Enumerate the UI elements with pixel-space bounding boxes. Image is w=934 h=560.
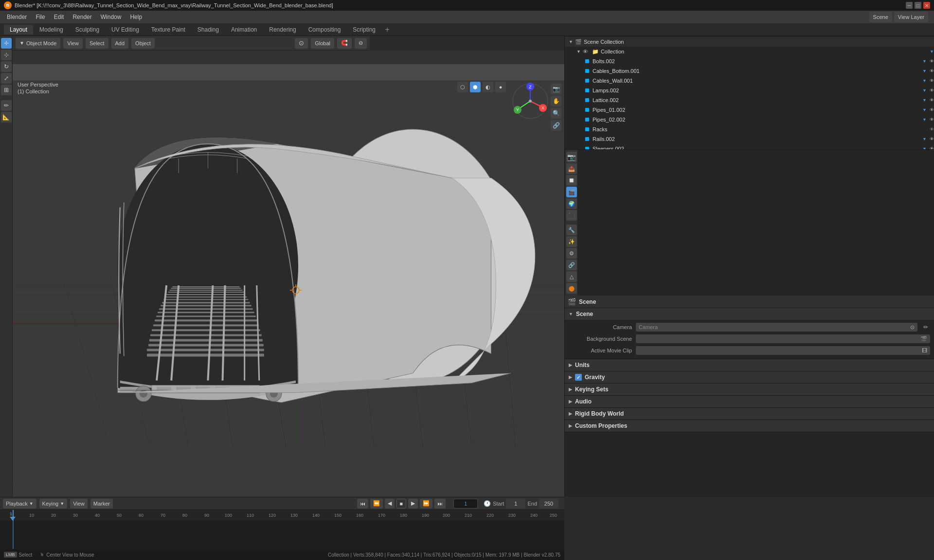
prop-object-icon[interactable]: ⬛ bbox=[566, 210, 577, 221]
tab-modeling[interactable]: Modeling bbox=[34, 25, 69, 35]
tool-cursor[interactable]: ✛ bbox=[1, 38, 12, 49]
menu-blender[interactable]: Blender bbox=[3, 13, 31, 21]
play-btn[interactable]: ▶ bbox=[408, 499, 418, 508]
scene-selector[interactable]: Scene bbox=[869, 12, 892, 22]
cables-bottom-eye[interactable]: 👁 bbox=[930, 69, 934, 73]
tool-measure[interactable]: 📐 bbox=[1, 112, 12, 122]
sleepers-item[interactable]: Sleepers.002 ▼ 👁 bbox=[565, 144, 934, 150]
prop-objdata-icon[interactable]: △ bbox=[566, 271, 577, 282]
navigation-gizmo[interactable]: Z X Y bbox=[511, 82, 550, 121]
lamps-eye[interactable]: 👁 bbox=[930, 88, 934, 93]
tool-annotate[interactable]: ✏ bbox=[1, 100, 12, 111]
prop-constraints-icon[interactable]: 🔗 bbox=[566, 260, 577, 270]
hand-btn[interactable]: ✋ bbox=[551, 96, 561, 106]
movie-clip-picker[interactable]: 🎞 bbox=[636, 346, 930, 355]
search-btn[interactable]: 🔍 bbox=[551, 108, 561, 119]
proportional-editing[interactable]: ⊖ bbox=[355, 38, 367, 49]
tab-uv-editing[interactable]: UV Editing bbox=[106, 25, 145, 35]
current-frame-display[interactable]: 1 bbox=[453, 499, 478, 508]
viewport[interactable]: User Perspective (1) Collection Z X Y bbox=[13, 51, 564, 497]
racks-item[interactable]: Racks 👁 bbox=[565, 124, 934, 134]
minimize-button[interactable]: ─ bbox=[906, 2, 913, 9]
prop-render-icon[interactable]: 📷 bbox=[566, 152, 577, 162]
prop-world-icon[interactable]: 🌍 bbox=[566, 198, 577, 209]
menu-file[interactable]: File bbox=[32, 13, 49, 21]
cables-wall-item[interactable]: Cables_Wall.001 ▼ 👁 bbox=[565, 76, 934, 86]
gravity-section-header[interactable]: ▶ ✓ Gravity bbox=[565, 371, 934, 383]
keying-sets-header[interactable]: ▶ Keying Sets bbox=[565, 384, 934, 395]
tab-scripting[interactable]: Scripting bbox=[347, 25, 381, 35]
menu-window[interactable]: Window bbox=[97, 13, 126, 21]
lattice-eye[interactable]: 👁 bbox=[930, 98, 934, 103]
snapping-btn[interactable]: 🧲 bbox=[337, 38, 352, 49]
prop-output-icon[interactable]: 📤 bbox=[566, 163, 577, 174]
prop-scene-icon[interactable]: 🎬 bbox=[566, 187, 577, 197]
tab-sculpting[interactable]: Sculpting bbox=[70, 25, 105, 35]
camera-picker[interactable]: Camera ⊙ bbox=[636, 323, 917, 332]
start-frame-input[interactable]: 1 bbox=[506, 499, 525, 508]
link-btn[interactable]: 🔗 bbox=[551, 120, 561, 131]
timeline-track[interactable] bbox=[0, 521, 564, 549]
collection-visibility-btn[interactable]: 👁 bbox=[583, 49, 588, 54]
rails-eye[interactable]: 👁 bbox=[930, 137, 934, 141]
camera-edit-icon[interactable]: ✏ bbox=[921, 324, 930, 331]
menu-render[interactable]: Render bbox=[69, 13, 95, 21]
sleepers-eye[interactable]: 👁 bbox=[930, 146, 934, 150]
prop-viewlayer-icon[interactable]: 🔲 bbox=[566, 175, 577, 186]
tool-transform[interactable]: ⊞ bbox=[1, 85, 12, 95]
object-menu-btn[interactable]: Object bbox=[131, 38, 155, 49]
viewport-shading-rendered[interactable]: ● bbox=[495, 82, 506, 92]
pipes01-item[interactable]: Pipes_01.002 ▼ 👁 bbox=[565, 105, 934, 115]
audio-section-header[interactable]: ▶ Audio bbox=[565, 396, 934, 407]
pipes01-eye[interactable]: 👁 bbox=[930, 107, 934, 112]
menu-help[interactable]: Help bbox=[126, 13, 146, 21]
cables-bottom-item[interactable]: Cables_Bottom.001 ▼ 👁 bbox=[565, 66, 934, 76]
prop-material-icon[interactable]: ⬤ bbox=[566, 283, 577, 294]
mode-selector[interactable]: ▼ Object Mode bbox=[16, 38, 60, 49]
menu-edit[interactable]: Edit bbox=[50, 13, 68, 21]
rigid-body-section-header[interactable]: ▶ Rigid Body World bbox=[565, 408, 934, 420]
view-layer-selector[interactable]: View Layer bbox=[894, 12, 928, 22]
transform-orientation[interactable]: Global bbox=[311, 38, 334, 49]
lattice-item[interactable]: Lattice.002 ▼ 👁 bbox=[565, 95, 934, 105]
prop-modifier-icon[interactable]: 🔧 bbox=[566, 225, 577, 235]
tool-scale[interactable]: ⤢ bbox=[1, 73, 12, 84]
racks-eye[interactable]: 👁 bbox=[930, 127, 934, 132]
tab-texture-paint[interactable]: Texture Paint bbox=[145, 25, 191, 35]
pipes02-item[interactable]: Pipes_02.002 ▼ 👁 bbox=[565, 115, 934, 124]
jump-end-btn[interactable]: ⏭ bbox=[434, 499, 446, 508]
scene-collection-item[interactable]: ▼ 🎬 Scene Collection bbox=[565, 37, 934, 47]
bolts-eye[interactable]: 👁 bbox=[930, 59, 934, 64]
viewport-shading-lut[interactable]: ◐ bbox=[483, 82, 493, 92]
rails-item[interactable]: Rails.002 ▼ 👁 bbox=[565, 134, 934, 144]
scene-section-header[interactable]: ▼ Scene bbox=[565, 308, 934, 320]
jump-start-btn[interactable]: ⏮ bbox=[357, 499, 368, 508]
collection-item[interactable]: ▼ 👁 📁 Collection ▼ bbox=[565, 47, 934, 56]
tool-move[interactable]: ⊹ bbox=[1, 50, 12, 60]
tab-animation[interactable]: Animation bbox=[225, 25, 263, 35]
maximize-button[interactable]: □ bbox=[915, 2, 921, 9]
gravity-checkbox[interactable]: ✓ bbox=[575, 374, 582, 381]
viewport-shading-solid[interactable]: ⬢ bbox=[470, 82, 481, 92]
bolts-item[interactable]: Bolts.002 ▼ 👁 bbox=[565, 56, 934, 66]
background-scene-picker[interactable]: 🎬 bbox=[636, 334, 930, 343]
pipes02-eye[interactable]: 👁 bbox=[930, 117, 934, 122]
stop-btn[interactable]: ■ bbox=[396, 499, 407, 508]
add-workspace-button[interactable]: + bbox=[382, 24, 393, 35]
tab-rendering[interactable]: Rendering bbox=[263, 25, 302, 35]
playback-btn[interactable]: Playback ▼ bbox=[3, 499, 36, 508]
add-menu-btn[interactable]: Add bbox=[111, 38, 129, 49]
view-menu-btn[interactable]: View bbox=[63, 38, 83, 49]
lamps-item[interactable]: Lamps.002 ▼ 👁 bbox=[565, 86, 934, 95]
prop-physics-icon[interactable]: ⚙ bbox=[566, 248, 577, 259]
close-button[interactable]: ✕ bbox=[923, 2, 930, 9]
custom-props-header[interactable]: ▶ Custom Properties bbox=[565, 420, 934, 432]
timeline-view-btn[interactable]: View bbox=[70, 499, 88, 508]
viewport-shading-wire[interactable]: ⬡ bbox=[457, 82, 468, 92]
units-section-header[interactable]: ▶ Units bbox=[565, 359, 934, 371]
keying-btn[interactable]: Keying ▼ bbox=[39, 499, 68, 508]
end-frame-input[interactable]: 250 bbox=[539, 499, 558, 508]
next-frame-btn[interactable]: ⏩ bbox=[420, 499, 432, 508]
window-controls[interactable]: ─ □ ✕ bbox=[906, 2, 930, 9]
cables-wall-eye[interactable]: 👁 bbox=[930, 78, 934, 83]
